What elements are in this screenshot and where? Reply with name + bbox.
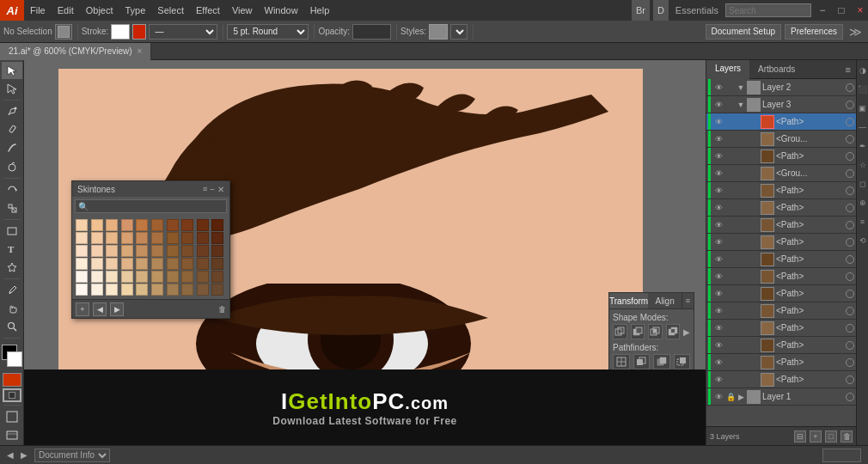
swatch-24[interactable] <box>136 245 148 257</box>
draw-mode-normal[interactable] <box>2 408 22 425</box>
layer-row-4[interactable]: 👁<Path> <box>706 148 856 165</box>
nav-prev-button[interactable]: ◀ <box>7 450 14 460</box>
swatch-7[interactable] <box>181 219 193 231</box>
menu-view[interactable]: View <box>226 0 259 21</box>
symbols-icon[interactable]: ☆ <box>858 156 868 174</box>
crop-button[interactable] <box>674 354 691 369</box>
menu-object[interactable]: Object <box>80 0 119 21</box>
layer-target-circle-0[interactable] <box>846 83 854 92</box>
layer-target-circle-17[interactable] <box>846 375 854 384</box>
layer-target-circle-18[interactable] <box>846 393 854 401</box>
layer-lock-icon-2[interactable] <box>724 116 737 128</box>
layer-lock-icon-12[interactable] <box>724 288 737 300</box>
layer-lock-icon-8[interactable] <box>724 219 737 231</box>
swatch-49[interactable] <box>211 271 223 283</box>
layer-visibility-icon-9[interactable]: 👁 <box>712 236 724 248</box>
swatch-11[interactable] <box>91 232 103 244</box>
layer-target-circle-8[interactable] <box>846 221 854 229</box>
expand-button[interactable]: ▶ <box>683 324 690 339</box>
layer-row-2[interactable]: 👁<Path> <box>706 113 856 131</box>
layer-target-circle-12[interactable] <box>846 290 854 298</box>
skintones-menu-icon[interactable]: ≡ <box>203 185 207 194</box>
layer-visibility-icon-15[interactable]: 👁 <box>712 339 724 351</box>
background-color[interactable] <box>7 351 22 367</box>
workspace-search[interactable] <box>725 3 811 17</box>
opacity-input[interactable]: 100% <box>352 24 391 40</box>
layer-lock-icon-11[interactable] <box>724 271 737 283</box>
swatch-9[interactable] <box>211 219 223 231</box>
direct-select-tool[interactable] <box>2 80 22 97</box>
maximize-button[interactable]: □ <box>834 0 849 21</box>
layer-target-circle-9[interactable] <box>846 238 854 247</box>
layer-row-8[interactable]: 👁<Path> <box>706 217 856 234</box>
artboards-tab[interactable]: Artboards <box>749 60 804 79</box>
styles-dropdown[interactable]: ▼ <box>450 24 468 40</box>
layer-row-12[interactable]: 👁<Path> <box>706 285 856 302</box>
swatch-46[interactable] <box>167 271 179 283</box>
layers-tab[interactable]: Layers <box>706 60 749 79</box>
layer-target-circle-16[interactable] <box>846 358 854 367</box>
swatch-32[interactable] <box>106 258 118 270</box>
preferences-button[interactable]: Preferences <box>785 24 843 40</box>
swatch-48[interactable] <box>197 271 209 283</box>
skintones-minimize-icon[interactable]: − <box>210 185 215 194</box>
swatch-22[interactable] <box>106 245 118 257</box>
layer-expand-icon-6[interactable] <box>750 185 759 197</box>
swatch-43[interactable] <box>121 271 133 283</box>
swatch-40[interactable] <box>76 271 88 283</box>
layer-lock-icon-9[interactable] <box>724 236 737 248</box>
layer-visibility-icon-16[interactable]: 👁 <box>712 357 724 369</box>
layer-visibility-icon-14[interactable]: 👁 <box>712 322 724 334</box>
tab-close-icon[interactable]: × <box>138 46 143 56</box>
swatch-34[interactable] <box>136 258 148 270</box>
stroke-indicator[interactable] <box>3 388 21 402</box>
layer-lock-icon-10[interactable] <box>724 253 737 266</box>
brush-tool[interactable] <box>2 139 22 156</box>
skintones-search-input[interactable] <box>75 199 227 213</box>
layer-row-6[interactable]: 👁<Path> <box>706 182 856 199</box>
graphic-styles-icon[interactable]: ◻ <box>858 175 868 192</box>
screen-mode[interactable] <box>2 426 22 443</box>
swatch-53[interactable] <box>121 284 133 296</box>
layer-visibility-icon-18[interactable]: 👁 <box>712 391 724 403</box>
swatch-57[interactable] <box>181 284 193 296</box>
layer-target-circle-3[interactable] <box>846 135 854 143</box>
layer-lock-icon-4[interactable] <box>724 150 737 162</box>
layers-panel-menu-icon[interactable]: ≡ <box>840 64 856 75</box>
scale-tool[interactable] <box>2 199 22 217</box>
swatch-45[interactable] <box>151 271 163 283</box>
new-layer-button[interactable]: □ <box>825 430 837 443</box>
exclude-button[interactable] <box>666 324 681 339</box>
layer-expand-icon-13[interactable] <box>750 305 759 317</box>
stroke-dropdown[interactable]: — <box>149 24 217 40</box>
menu-edit[interactable]: Edit <box>52 0 80 21</box>
intersect-button[interactable] <box>648 324 663 339</box>
layer-visibility-icon-12[interactable]: 👁 <box>712 288 724 300</box>
layer-visibility-icon-7[interactable]: 👁 <box>712 202 724 214</box>
align-panel-icon[interactable]: ≡ <box>858 213 868 230</box>
appearance-icon[interactable]: ⊕ <box>858 194 868 211</box>
swatch-21[interactable] <box>91 245 103 257</box>
unite-button[interactable] <box>613 324 627 339</box>
nav-next-button[interactable]: ▶ <box>21 450 28 460</box>
align-tab[interactable]: Align <box>648 293 682 308</box>
layer-lock-icon-16[interactable] <box>724 357 737 369</box>
swatch-36[interactable] <box>167 258 179 270</box>
bridge-button[interactable]: Br <box>632 0 650 21</box>
swatch-35[interactable] <box>151 258 163 270</box>
layer-expand-icon-8[interactable] <box>750 219 759 231</box>
document-tab[interactable]: 21.ai* @ 600% (CMYK/Preview) × <box>0 43 151 60</box>
layer-lock-icon-0[interactable] <box>724 82 737 94</box>
layer-target-circle-6[interactable] <box>846 186 854 195</box>
layer-target-circle-15[interactable] <box>846 341 854 350</box>
swatch-19[interactable] <box>211 232 223 244</box>
layer-expand-icon-11[interactable] <box>750 271 759 283</box>
swatch-20[interactable] <box>76 245 88 257</box>
swatch-15[interactable] <box>151 232 163 244</box>
add-swatch-button[interactable]: + <box>76 302 89 316</box>
swatch-54[interactable] <box>136 284 148 296</box>
trim-button[interactable] <box>633 354 651 369</box>
menu-select[interactable]: Select <box>151 0 190 21</box>
swatch-8[interactable] <box>197 219 209 231</box>
layer-lock-icon-18[interactable]: 🔒 <box>724 391 737 403</box>
